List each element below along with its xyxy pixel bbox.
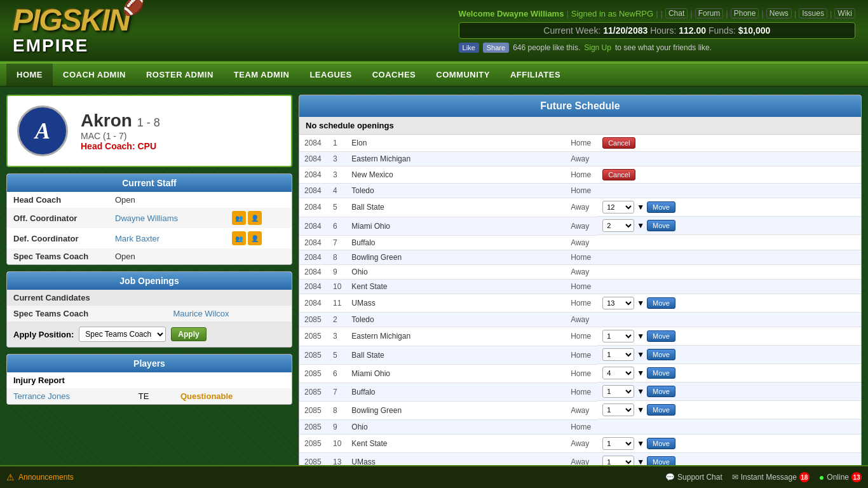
team-record: 1 - 8 bbox=[137, 116, 160, 129]
sched-week: 1 bbox=[328, 135, 346, 152]
fb-people-text: 646 people like this. bbox=[513, 43, 580, 52]
apply-label: Apply Position: bbox=[13, 330, 74, 339]
move-button[interactable]: Move bbox=[647, 349, 675, 360]
fb-friends-text: to see what your friends like. bbox=[615, 43, 712, 52]
table-row: 2084 6 Miami Ohio Away 2 ▼ Move bbox=[299, 217, 861, 235]
online-tool[interactable]: ● Online 13 bbox=[819, 472, 862, 482]
week-select[interactable]: 1 bbox=[602, 330, 634, 342]
support-chat-tool[interactable]: 💬 Support Chat bbox=[665, 473, 722, 482]
nav-team-admin[interactable]: TEAM ADMIN bbox=[224, 64, 300, 86]
signed-in-text: Signed in as NewRPG bbox=[571, 9, 653, 18]
nav-coaches[interactable]: COACHES bbox=[362, 64, 426, 86]
sched-year: 2084 bbox=[299, 135, 328, 152]
current-week-label: Current Week: bbox=[543, 25, 600, 36]
fb-signup-link[interactable]: Sign Up bbox=[584, 43, 611, 52]
table-row: 2085 7 Buffalo Home 1 ▼ Move bbox=[299, 383, 861, 401]
table-row: 2085 9 Ohio Home bbox=[299, 419, 861, 434]
phone-link[interactable]: Phone bbox=[731, 8, 759, 18]
apply-position-select[interactable]: Spec Teams Coach bbox=[79, 327, 166, 342]
job-candidate-link[interactable]: Maurice Wilcox bbox=[173, 309, 229, 318]
fb-share-btn[interactable]: Share bbox=[483, 43, 509, 53]
wiki-link[interactable]: Wiki bbox=[834, 8, 855, 18]
bottom-bar: ⚠ Announcements 💬 Support Chat ✉ Instant… bbox=[0, 465, 868, 488]
announcements-label[interactable]: Announcements bbox=[18, 473, 74, 482]
move-button[interactable]: Move bbox=[647, 220, 675, 231]
players-section: Players Injury Report Terrance Jones TE … bbox=[6, 354, 292, 405]
header-right: Welcome Dwayne Williams | Signed in as N… bbox=[459, 8, 855, 53]
funds-label: Funds: bbox=[709, 25, 736, 36]
week-select[interactable]: 2 bbox=[602, 219, 634, 232]
nav-affiliates[interactable]: AFFILIATES bbox=[500, 64, 571, 86]
head-coach-info: Head Coach: CPU bbox=[81, 141, 160, 151]
instant-message-tool[interactable]: ✉ Instant Message 18 bbox=[732, 472, 810, 482]
fb-like-btn[interactable]: Like bbox=[459, 43, 479, 53]
staff-icon-2[interactable]: 👤 bbox=[248, 211, 262, 225]
warning-icon: ⚠ bbox=[6, 472, 15, 482]
nav-leagues[interactable]: LEAGUES bbox=[299, 64, 362, 86]
week-select[interactable]: 12 bbox=[602, 201, 634, 214]
logo-pigskin: PIGSKIN bbox=[13, 5, 129, 36]
staff-icon-1[interactable]: 👥 bbox=[232, 211, 246, 225]
chat-link[interactable]: Chat bbox=[665, 8, 688, 18]
move-button[interactable]: Move bbox=[647, 201, 675, 213]
move-button[interactable]: Move bbox=[647, 386, 675, 397]
support-chat-icon: 💬 bbox=[665, 473, 675, 482]
week-select[interactable]: 1 bbox=[602, 403, 634, 416]
funds-value: $10,000 bbox=[738, 25, 771, 36]
table-row: 2084 5 Ball State Away 12 ▼ Move bbox=[299, 198, 861, 217]
current-candidates-label: Current Candidates bbox=[7, 290, 292, 306]
week-select[interactable]: 4 bbox=[602, 367, 634, 379]
week-select[interactable]: 1 bbox=[602, 437, 634, 450]
schedule-section: Future Schedule No schedule openings 208… bbox=[299, 95, 862, 472]
announcements-area: ⚠ Announcements bbox=[6, 472, 74, 482]
table-row: 2084 3 New Mexico Home Cancel bbox=[299, 166, 861, 184]
player-name-link[interactable]: Terrance Jones bbox=[13, 391, 70, 401]
nav-roster-admin[interactable]: ROSTER ADMIN bbox=[136, 64, 224, 86]
move-button[interactable]: Move bbox=[647, 438, 675, 449]
staff-table: Head Coach Open Off. Coordinator Dwayne … bbox=[7, 192, 292, 264]
def-coordinator-link[interactable]: Mark Baxter bbox=[115, 234, 159, 243]
table-row: 2084 11 UMass Home 13 ▼ Move bbox=[299, 294, 861, 313]
issues-link[interactable]: Issues bbox=[799, 8, 827, 18]
apply-button[interactable]: Apply bbox=[171, 327, 206, 341]
top-nav: Welcome Dwayne Williams | Signed in as N… bbox=[459, 8, 855, 18]
staff-icon-3[interactable]: 👥 bbox=[232, 231, 246, 245]
move-button[interactable]: Move bbox=[647, 330, 675, 342]
move-button[interactable]: Move bbox=[647, 297, 675, 309]
move-button[interactable]: Move bbox=[647, 404, 675, 416]
current-staff-header: Current Staff bbox=[7, 174, 292, 192]
table-row: Spec Teams Coach Maurice Wilcox bbox=[7, 306, 292, 322]
fb-area: Like Share 646 people like this. Sign Up… bbox=[459, 43, 855, 53]
week-select[interactable]: 13 bbox=[602, 297, 634, 309]
no-schedule-openings: No schedule openings bbox=[299, 117, 861, 135]
logo-area: PIGSKIN EMPIRE 🏈 bbox=[13, 5, 145, 56]
hours-value: 112.00 bbox=[679, 25, 706, 36]
job-role: Spec Teams Coach bbox=[7, 306, 166, 322]
sched-action: Cancel bbox=[597, 135, 861, 152]
table-row: Def. Coordinator Mark Baxter 👥 👤 bbox=[7, 228, 292, 248]
team-conference: MAC (1 - 7) bbox=[81, 131, 160, 141]
instant-message-icon: ✉ bbox=[732, 473, 738, 482]
news-link[interactable]: News bbox=[766, 8, 792, 18]
table-row: 2084 8 Bowling Green Home bbox=[299, 250, 861, 264]
staff-name: Open bbox=[109, 248, 226, 264]
nav-community[interactable]: COMMUNITY bbox=[426, 64, 500, 86]
table-row: 2085 8 Bowling Green Away 1 ▼ Move bbox=[299, 401, 861, 419]
nav-home[interactable]: HOME bbox=[6, 64, 53, 86]
off-coordinator-link[interactable]: Dwayne Williams bbox=[115, 214, 178, 223]
week-select[interactable]: 1 bbox=[602, 385, 634, 398]
players-header: Players bbox=[7, 355, 292, 372]
dropdown-arrow: ▼ bbox=[637, 332, 644, 341]
week-select[interactable]: 1 bbox=[602, 348, 634, 361]
player-position: TE bbox=[132, 388, 174, 404]
current-candidates-row: Current Candidates bbox=[7, 290, 292, 306]
cancel-button[interactable]: Cancel bbox=[602, 137, 635, 149]
dropdown-arrow: ▼ bbox=[637, 299, 644, 308]
injury-report-label: Injury Report bbox=[7, 372, 292, 388]
nav-coach-admin[interactable]: COACH ADMIN bbox=[53, 64, 136, 86]
cancel-button[interactable]: Cancel bbox=[602, 169, 635, 180]
move-button[interactable]: Move bbox=[647, 367, 675, 379]
staff-icon-4[interactable]: 👤 bbox=[248, 231, 262, 245]
forum-link[interactable]: Forum bbox=[695, 8, 724, 18]
table-row: 2085 10 Kent State Away 1 ▼ Move bbox=[299, 434, 861, 453]
